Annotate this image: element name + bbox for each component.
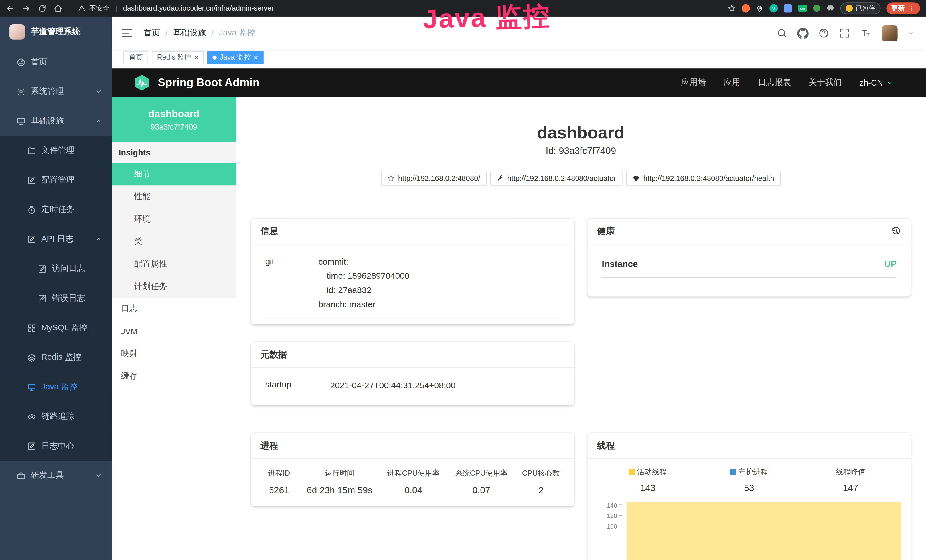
sba-nav-journal[interactable]: 日志报表 — [758, 77, 791, 88]
sba-brand[interactable]: Spring Boot Admin — [158, 76, 260, 89]
kebab-menu-icon[interactable] — [908, 5, 915, 12]
health-instance-label: Instance — [602, 259, 638, 269]
sba-menu-logs[interactable]: 日志 — [112, 298, 236, 320]
breadcrumb-home[interactable]: 首页 — [144, 28, 160, 38]
bookmark-star-icon[interactable] — [728, 4, 736, 12]
extension-icon-green[interactable] — [813, 5, 820, 12]
sidebar-item-access-logs[interactable]: 访问日志 — [0, 254, 112, 283]
sba-menu-mappings[interactable]: 映射 — [112, 343, 236, 365]
extension-icon-on[interactable]: on — [798, 5, 807, 12]
breadcrumb-infrastructure[interactable]: 基础设施 — [173, 28, 206, 38]
sba-menu-details[interactable]: 细节 — [112, 163, 236, 186]
sidebar-item-scheduled-tasks[interactable]: 定时任务 — [0, 195, 112, 224]
sidebar-item-config-management[interactable]: 配置管理 — [0, 165, 112, 195]
sba-menu-jvm[interactable]: JVM — [112, 320, 236, 343]
help-icon[interactable] — [819, 28, 829, 38]
sidebar-item-error-logs[interactable]: 错误日志 — [0, 283, 112, 313]
row-label: startup — [265, 378, 330, 393]
sba-nav-applications[interactable]: 应用 — [723, 77, 740, 88]
actuator-url-link[interactable]: http://192.168.0.2:48080/actuator — [490, 171, 623, 186]
instance-box[interactable]: dashboard 93a3fc7f7409 — [112, 97, 236, 142]
row-label: git — [265, 255, 318, 312]
fullscreen-icon[interactable] — [839, 28, 850, 38]
table-row: git commit: time: 1596289704000 id: 27aa… — [265, 253, 560, 318]
chevron-down-icon[interactable] — [908, 30, 914, 36]
sba-menu-scheduled-tasks[interactable]: 计划任务 — [112, 275, 236, 298]
site-security-chip[interactable]: 不安全 | dashboard.yudao.iocoder.cn/infra/a… — [78, 4, 274, 12]
link-label: http://192.168.0.2:48080/ — [398, 174, 480, 183]
process-card: 进程 进程ID 运行时间 进程CPU使用率 系统CPU使用率 CPU核心数 — [251, 433, 574, 506]
sidebar-item-label: MySQL 监控 — [41, 322, 88, 333]
pin-extension-icon[interactable] — [756, 5, 764, 12]
puzzle-extensions-icon[interactable] — [826, 4, 834, 12]
extension-icon-blue[interactable] — [784, 4, 792, 12]
sidebar-item-infrastructure[interactable]: 基础设施 — [0, 106, 112, 136]
sidebar-item-label: 访问日志 — [52, 263, 85, 274]
github-icon[interactable] — [797, 27, 808, 38]
forward-icon[interactable] — [22, 4, 31, 12]
chrome-update-button[interactable]: 更新 — [887, 2, 920, 14]
sidebar-item-api-logs[interactable]: API 日志 — [0, 224, 112, 254]
sidebar-item-file-management[interactable]: 文件管理 — [0, 136, 112, 165]
locale-selector[interactable]: zh-CN — [859, 78, 893, 87]
address-bar-url[interactable]: dashboard.yudao.iocoder.cn/infra/admin-s… — [123, 4, 274, 12]
close-icon[interactable]: × — [254, 54, 258, 61]
legend-label: 守护进程 — [738, 467, 768, 477]
close-icon[interactable]: × — [194, 54, 198, 61]
instance-title: dashboard — [251, 123, 911, 142]
sidebar-item-java-monitor[interactable]: Java 监控 — [0, 372, 112, 402]
sidebar-item-redis-monitor[interactable]: Redis 监控 — [0, 343, 112, 372]
home-icon[interactable] — [54, 4, 62, 12]
sidebar-item-log-center[interactable]: 日志中心 — [0, 431, 112, 461]
legend-item-daemon: 守护进程 53 — [698, 467, 800, 493]
tags-view-bar: 首页 Redis 监控 × Java 监控 × — [112, 50, 926, 66]
sba-menu-environment[interactable]: 环境 — [112, 208, 236, 230]
sba-header: Spring Boot Admin 应用墙 应用 日志报表 关于我们 zh-CN — [112, 68, 926, 97]
spring-boot-admin: Spring Boot Admin 应用墙 应用 日志报表 关于我们 zh-CN — [112, 68, 926, 560]
sidebar-item-label: 研发工具 — [31, 470, 64, 481]
edit-icon — [27, 235, 36, 244]
gear-icon — [17, 87, 26, 96]
sba-menu-performance[interactable]: 性能 — [112, 185, 236, 208]
back-icon[interactable] — [6, 4, 15, 12]
sba-menu-caches[interactable]: 缓存 — [112, 365, 236, 388]
search-icon[interactable] — [776, 28, 787, 38]
profile-avatar-icon — [846, 5, 853, 12]
reload-icon[interactable] — [38, 4, 47, 12]
tag-redis-monitor[interactable]: Redis 监控 × — [152, 51, 204, 64]
card-title: 健康 — [597, 226, 615, 237]
hamburger-icon[interactable] — [121, 27, 133, 39]
sidebar-item-trace[interactable]: 链路追踪 — [0, 402, 112, 431]
profile-paused-badge[interactable]: 已暂停 — [840, 2, 881, 14]
y-tick: 140 — [607, 501, 622, 509]
chevron-down-icon — [887, 80, 893, 86]
monitor-icon — [17, 117, 26, 126]
y-tick: 100 — [607, 523, 622, 530]
sidebar-item-dev-tools[interactable]: 研发工具 — [0, 461, 112, 490]
font-size-icon[interactable] — [860, 28, 872, 38]
sba-nav-wallboard[interactable]: 应用墙 — [681, 77, 706, 88]
history-icon[interactable] — [891, 226, 901, 236]
extension-icon-orange[interactable] — [742, 4, 750, 12]
sba-menu-classes[interactable]: 类 — [112, 230, 236, 253]
tag-java-monitor[interactable]: Java 监控 × — [207, 51, 263, 64]
sidebar-item-home[interactable]: 首页 — [0, 47, 112, 77]
sidebar-item-label: 配置管理 — [41, 175, 74, 185]
sidebar-item-mysql-monitor[interactable]: MySQL 监控 — [0, 313, 112, 343]
sidebar-item-system-management[interactable]: 系统管理 — [0, 77, 112, 106]
insights-section: Insights 细节 性能 环境 类 配置属性 计划任务 — [112, 142, 236, 298]
paused-label: 已暂停 — [856, 4, 875, 12]
avatar[interactable] — [882, 25, 898, 41]
active-threads-area — [626, 501, 901, 560]
tag-home[interactable]: 首页 — [124, 51, 148, 64]
legend-value: 147 — [800, 483, 901, 493]
table-row[interactable]: Instance UP — [602, 259, 896, 278]
sba-nav-about[interactable]: 关于我们 — [809, 77, 842, 88]
sidebar-item-label: 定时任务 — [41, 204, 74, 215]
sba-menu-config-props[interactable]: 配置属性 — [112, 253, 236, 275]
extension-icon-teal[interactable]: v — [769, 4, 778, 12]
health-url-link[interactable]: http://192.168.0.2:48080/actuator/health — [626, 171, 781, 186]
service-url-link[interactable]: http://192.168.0.2:48080/ — [381, 171, 487, 186]
app-logo-row[interactable]: 芋道管理系统 — [0, 17, 112, 47]
sidebar-item-label: 错误日志 — [52, 293, 85, 304]
